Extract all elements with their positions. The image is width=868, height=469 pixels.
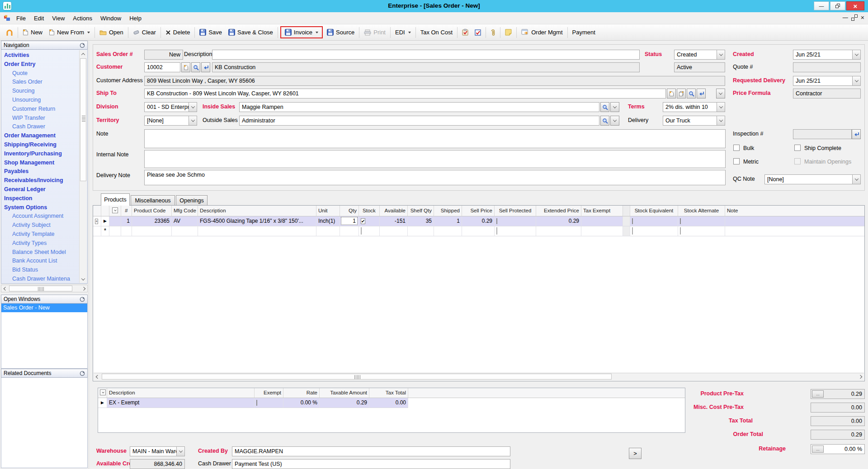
product-pretax-detail-button[interactable]: ... — [812, 390, 824, 398]
task-check-button[interactable] — [472, 28, 484, 38]
nav-item-general-ledger[interactable]: General Ledger — [1, 185, 78, 194]
inside-sales-input[interactable]: Maggie Rampen — [239, 102, 599, 112]
home-button[interactable] — [3, 27, 16, 38]
outside-sales-search-button[interactable] — [600, 116, 609, 126]
nav-item-cash-drawer-maintenance[interactable]: Cash Drawer Maintena — [1, 275, 78, 284]
clear-button[interactable]: Clear — [130, 27, 159, 38]
scroll-left-icon[interactable] — [94, 373, 101, 380]
scroll-up-icon[interactable] — [80, 50, 87, 58]
scroll-right-icon[interactable] — [80, 285, 87, 292]
customer-new-button[interactable] — [181, 62, 190, 72]
scrollbar-thumb[interactable] — [80, 58, 86, 181]
nav-item-bid-status[interactable]: Bid Status — [1, 266, 78, 275]
stock-checkbox-checked[interactable]: ✔ — [361, 218, 365, 224]
col-stock[interactable]: Stock — [359, 206, 380, 216]
ship-complete-checkbox[interactable] — [794, 145, 801, 151]
retainage-detail-button[interactable]: ... — [812, 446, 824, 453]
menu-actions[interactable]: Actions — [69, 13, 96, 23]
tab-products[interactable]: Products — [101, 193, 130, 206]
stock-alternate-checkbox[interactable] — [680, 218, 681, 224]
customer-search-button[interactable] — [191, 62, 200, 72]
description-input[interactable] — [212, 50, 640, 60]
new-button[interactable]: New — [19, 27, 46, 38]
menu-edit[interactable]: Edit — [30, 13, 48, 23]
nav-item-cash-drawer[interactable]: Cash Drawer — [1, 122, 78, 131]
note-input[interactable] — [144, 129, 726, 148]
col-stock-alternate[interactable]: Stock Alternate — [678, 206, 725, 216]
ship-to-new-button[interactable] — [667, 89, 676, 98]
menu-file[interactable]: File — [12, 13, 30, 23]
nav-item-system-options[interactable]: System Options — [1, 203, 78, 212]
inspection-goto-button[interactable] — [852, 129, 861, 139]
tab-openings[interactable]: Openings — [176, 195, 208, 206]
source-button[interactable]: Source — [324, 27, 358, 38]
tax-exempt-checkbox[interactable] — [256, 400, 257, 406]
chevron-down-icon[interactable] — [852, 50, 860, 59]
chevron-down-icon[interactable] — [189, 103, 197, 112]
attachments-button[interactable] — [487, 27, 499, 38]
ship-to-dropdown-button[interactable] — [716, 89, 725, 98]
nav-item-activity-template[interactable]: Activity Template — [1, 230, 78, 239]
payment-button[interactable]: Payment — [569, 27, 599, 38]
chevron-down-icon[interactable] — [189, 116, 197, 125]
menu-window[interactable]: Window — [96, 13, 125, 23]
col-shipped[interactable]: Shipped — [434, 206, 462, 216]
requested-delivery-combo[interactable]: Jun 25/21 — [793, 76, 861, 86]
ship-to-search-button[interactable] — [687, 89, 696, 98]
stock-equivalent-checkbox[interactable] — [632, 218, 633, 224]
menu-view[interactable]: View — [48, 13, 69, 23]
scrollbar-thumb[interactable] — [9, 286, 72, 291]
col-num[interactable]: # — [121, 206, 132, 216]
nav-item-balance-sheet-model[interactable]: Balance Sheet Model — [1, 248, 78, 257]
expand-row-icon[interactable]: + — [95, 219, 98, 224]
inside-sales-dropdown-button[interactable] — [610, 102, 619, 112]
chevron-down-icon[interactable] — [717, 103, 725, 112]
bulk-checkbox[interactable] — [733, 145, 740, 151]
related-documents-panel-header[interactable]: Related Documents — [1, 369, 88, 378]
navigation-panel-header[interactable]: Navigation — [1, 41, 88, 50]
col-product-code[interactable]: Product Code — [132, 206, 172, 216]
col-tax-exempt[interactable]: Exempt — [255, 388, 283, 398]
open-windows-panel-header[interactable]: Open Windows — [1, 295, 88, 304]
inside-sales-search-button[interactable] — [600, 102, 609, 112]
col-mfg-code[interactable]: Mfg Code — [172, 206, 198, 216]
tax-row-1[interactable]: ▶ EX - Exempt 0.00 % 0.29 0.00 — [98, 398, 685, 408]
status-combo[interactable]: Created — [674, 50, 725, 60]
nav-item-shipping-receiving[interactable]: Shipping/Receiving — [1, 141, 78, 150]
close-button[interactable]: × — [846, 1, 864, 10]
chevron-down-icon[interactable] — [852, 175, 860, 184]
col-shelf-qty[interactable]: Shelf Qty — [408, 206, 434, 216]
delete-button[interactable]: Delete — [162, 27, 193, 38]
nav-item-sourcing[interactable]: Sourcing — [1, 87, 78, 96]
chevron-down-icon[interactable] — [717, 50, 725, 59]
outside-sales-dropdown-button[interactable] — [610, 116, 619, 126]
sell-protected-checkbox[interactable] — [496, 218, 497, 224]
chevron-down-icon[interactable] — [852, 76, 860, 85]
mdi-close-icon[interactable]: × — [861, 14, 864, 21]
save-button[interactable]: Save — [196, 27, 225, 38]
next-button[interactable]: > — [629, 448, 642, 459]
edi-button[interactable]: EDI — [392, 27, 414, 38]
mdi-minimize-icon[interactable]: — — [843, 15, 848, 20]
nav-item-bank-account-list[interactable]: Bank Account List — [1, 257, 78, 266]
col-description[interactable]: Description — [198, 206, 316, 216]
tax-select-all[interactable] — [98, 388, 107, 398]
ship-to-copy-button[interactable] — [677, 89, 686, 98]
nav-item-sales-order[interactable]: Sales Order — [1, 78, 78, 87]
nav-item-quote[interactable]: Quote — [1, 69, 78, 78]
created-date-combo[interactable]: Jun 25/21 — [793, 50, 861, 60]
tab-miscellaneous[interactable]: Miscellaneous — [131, 195, 175, 206]
open-button[interactable]: Open — [96, 27, 127, 38]
qty-edit-cell[interactable]: 1 — [341, 217, 358, 225]
nav-item-receivables-invoicing[interactable]: Receivables/Invoicing — [1, 176, 78, 185]
save-close-button[interactable]: Save & Close — [225, 27, 276, 38]
restore-button[interactable] — [830, 1, 845, 10]
terms-combo[interactable]: 2% dis. within 10 — [663, 102, 725, 112]
col-tax-exempt[interactable]: Tax Exempt — [581, 206, 623, 216]
new-from-button[interactable]: New From — [46, 27, 93, 38]
grid-horizontal-scrollbar[interactable] — [94, 373, 864, 380]
nav-item-order-management[interactable]: Order Management — [1, 131, 78, 141]
nav-item-activity-types[interactable]: Activity Types — [1, 239, 78, 248]
nav-item-shop-management[interactable]: Shop Management — [1, 159, 78, 168]
scroll-right-icon[interactable] — [856, 373, 864, 380]
